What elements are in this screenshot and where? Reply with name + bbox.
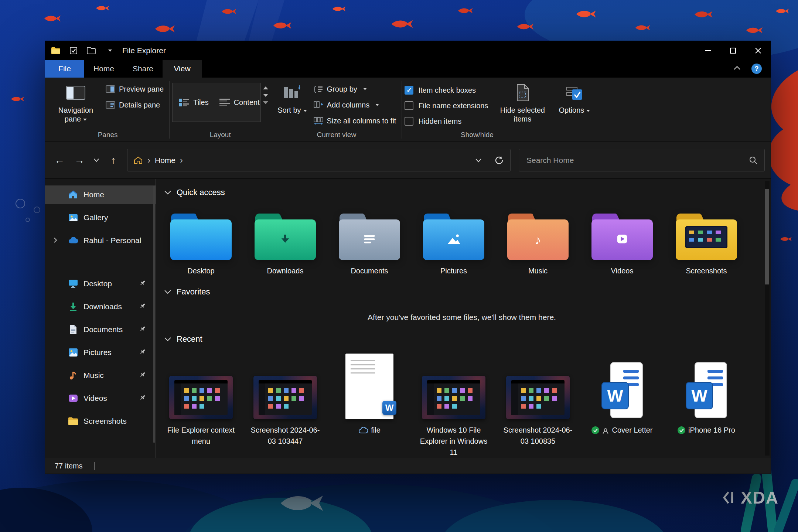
breadcrumb-home-icon [133, 156, 143, 165]
navigation-pane-button[interactable]: Navigation pane [49, 81, 103, 125]
chevron-down-icon [303, 110, 307, 112]
qat-dropdown-button[interactable] [103, 44, 115, 57]
hide-selected-items-icon [515, 82, 530, 103]
folder-tile-music[interactable]: ♪ Music [501, 214, 575, 275]
tiles-icon [178, 98, 190, 107]
forward-button[interactable]: → [71, 152, 88, 169]
recent-item[interactable]: W file [332, 351, 406, 436]
recent-item[interactable]: Windows 10 File Explorer in Windows 11 [417, 351, 491, 458]
folder-tile-documents[interactable]: Documents [332, 214, 406, 275]
address-bar[interactable]: › Home › [127, 149, 511, 171]
pictures-icon [68, 347, 78, 358]
chevron-down-icon [375, 104, 379, 106]
gallery-more-button[interactable] [263, 101, 268, 104]
up-button[interactable]: ↑ [105, 152, 122, 169]
ribbon-collapse-button[interactable] [733, 65, 741, 72]
hide-selected-items-button[interactable]: Hide selected items [495, 81, 549, 125]
folder-icon: ♪ [507, 214, 569, 260]
sidebar-item-pictures[interactable]: Pictures [45, 343, 156, 362]
gallery-scroll-up-button[interactable] [263, 86, 268, 89]
address-dropdown-button[interactable] [470, 151, 487, 170]
folder-tile-desktop[interactable]: Desktop [164, 214, 238, 275]
section-header-recent[interactable]: Recent [164, 334, 760, 345]
download-arrow-icon [272, 227, 298, 253]
sidebar-separator [51, 261, 147, 261]
group-by-icon [314, 85, 323, 93]
sidebar-item-home[interactable]: Home [45, 185, 156, 204]
tab-file[interactable]: File [45, 60, 84, 78]
layout-content-button[interactable]: Content [219, 98, 260, 107]
checkbox-hidden-items[interactable]: ✓ Hidden items [405, 115, 495, 128]
breadcrumb-chevron: › [180, 155, 183, 166]
tab-share[interactable]: Share [123, 60, 163, 78]
section-header-quick-access[interactable]: Quick access [164, 187, 760, 198]
layout-gallery: Tiles Content [172, 83, 261, 122]
recent-item[interactable]: File Explorer context menu [164, 351, 238, 447]
sidebar-scrollbar[interactable] [153, 185, 155, 443]
sidebar-item-gallery[interactable]: Gallery [45, 208, 156, 227]
back-button[interactable]: ← [51, 152, 68, 169]
checkbox-file-name-extensions[interactable]: ✓ File name extensions [405, 99, 495, 112]
expand-chevron-icon[interactable] [53, 236, 58, 245]
pin-icon [139, 371, 146, 380]
recent-files: File Explorer context menu Screenshot 20… [164, 351, 760, 458]
breadcrumb-item-home[interactable]: Home [155, 156, 175, 165]
vertical-scrollbar[interactable] [765, 181, 770, 456]
quick-access-tiles: Desktop Downloads Documents [164, 214, 760, 275]
ribbon-group-show-hide: ✓ Item check boxes ✓ File name extension… [405, 81, 549, 140]
add-columns-button[interactable]: Add columns [311, 98, 399, 112]
recent-item[interactable]: Screenshot 2024-06-03 103447 [248, 351, 322, 447]
close-button[interactable] [746, 41, 771, 60]
recent-item[interactable]: W iPhone 16 Pro [669, 351, 743, 436]
sidebar-item-onedrive-personal[interactable]: Rahul - Personal [45, 231, 156, 250]
refresh-button[interactable] [491, 151, 507, 170]
options-icon [565, 82, 584, 103]
help-button[interactable]: ? [751, 64, 762, 74]
recent-item[interactable]: Screenshot 2024-06-03 100835 [501, 351, 575, 447]
group-label-current-view: Current view [274, 130, 399, 140]
minimize-button[interactable] [695, 41, 720, 60]
search-input[interactable] [526, 156, 749, 165]
scrollbar-thumb[interactable] [765, 189, 769, 284]
layout-tiles-button[interactable]: Tiles [178, 98, 208, 107]
search-icon[interactable] [749, 156, 758, 165]
recent-locations-button[interactable] [91, 152, 102, 169]
folder-tile-pictures[interactable]: Pictures [417, 214, 491, 275]
recent-item[interactable]: W Cover Letter [585, 351, 659, 437]
maximize-button[interactable] [720, 41, 746, 60]
folder-icon [676, 214, 737, 260]
folder-tile-downloads[interactable]: Downloads [248, 214, 322, 275]
sidebar-item-videos[interactable]: Videos [45, 389, 156, 407]
pin-icon [139, 394, 146, 403]
titlebar: File Explorer [45, 41, 771, 60]
chevron-down-icon [93, 158, 99, 162]
folder-tile-videos[interactable]: Videos [585, 214, 659, 275]
details-pane-button[interactable]: Details pane [103, 98, 167, 112]
sort-by-button[interactable]: Sort by [274, 81, 310, 116]
size-columns-icon [314, 117, 323, 125]
ribbon-separator [169, 81, 170, 139]
size-all-columns-button[interactable]: Size all columns to fit [311, 114, 399, 128]
tab-home[interactable]: Home [84, 60, 123, 78]
section-header-favorites[interactable]: Favorites [164, 286, 760, 297]
sidebar-item-screenshots[interactable]: Screenshots [45, 412, 156, 430]
sidebar-item-music[interactable]: Music [45, 366, 156, 385]
window-title: File Explorer [122, 46, 166, 55]
items-count: 77 items [55, 462, 83, 470]
close-icon [755, 47, 761, 54]
checkbox-item-check-boxes[interactable]: ✓ Item check boxes [405, 83, 495, 97]
tab-view[interactable]: View [163, 60, 202, 78]
sidebar-item-downloads[interactable]: Downloads [45, 297, 156, 316]
qat-properties-button[interactable] [68, 44, 79, 57]
gallery-scroll-down-button[interactable] [263, 94, 268, 97]
folder-icon [68, 416, 78, 426]
sidebar-item-documents[interactable]: Documents [45, 320, 156, 339]
qat-new-folder-button[interactable] [86, 44, 97, 57]
breadcrumb-chevron: › [147, 155, 150, 166]
group-by-button[interactable]: Group by [311, 82, 399, 96]
preview-pane-button[interactable]: Preview pane [103, 82, 167, 96]
options-button[interactable]: Options [555, 81, 594, 116]
folder-tile-screenshots[interactable]: Screenshots [669, 214, 743, 275]
sidebar-item-desktop[interactable]: Desktop [45, 274, 156, 293]
folder-icon [170, 214, 232, 260]
